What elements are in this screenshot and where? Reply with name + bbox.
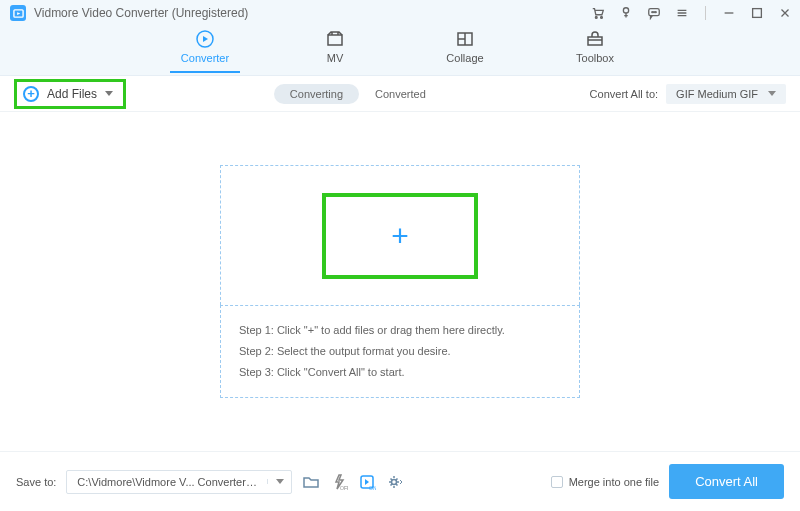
segment-converting[interactable]: Converting	[274, 84, 359, 104]
tab-toolbox[interactable]: Toolbox	[560, 26, 630, 73]
format-value: GIF Medium GIF	[676, 88, 758, 100]
feedback-icon[interactable]	[647, 6, 661, 20]
instructions-box: Step 1: Click "+" to add files or drag t…	[220, 305, 580, 398]
sub-toolbar: + Add Files Converting Converted Convert…	[0, 76, 800, 112]
drop-zone: + Step 1: Click "+" to add files or drag…	[220, 165, 580, 398]
step-3-text: Step 3: Click "Convert All" to start.	[239, 362, 561, 383]
plus-icon: +	[391, 221, 409, 251]
svg-point-1	[595, 17, 597, 19]
window-title: Vidmore Video Converter (Unregistered)	[34, 6, 591, 20]
high-speed-icon[interactable]: ON	[358, 473, 376, 491]
tab-label: Collage	[446, 52, 483, 64]
svg-rect-8	[753, 9, 762, 18]
svg-text:ON: ON	[369, 485, 376, 491]
menu-icon[interactable]	[675, 6, 689, 20]
collage-icon	[455, 30, 475, 48]
tab-mv[interactable]: MV	[300, 26, 370, 73]
save-to-label: Save to:	[16, 476, 56, 488]
settings-icon[interactable]	[386, 473, 404, 491]
svg-point-6	[654, 12, 655, 13]
status-segment: Converting Converted	[274, 84, 442, 104]
tab-label: Toolbox	[576, 52, 614, 64]
add-files-big-button[interactable]: +	[322, 193, 478, 279]
title-bar: Vidmore Video Converter (Unregistered)	[0, 0, 800, 26]
minimize-icon[interactable]	[722, 6, 736, 20]
merge-checkbox[interactable]: Merge into one file	[551, 476, 660, 488]
maximize-icon[interactable]	[750, 6, 764, 20]
key-icon[interactable]	[619, 6, 633, 20]
chevron-down-icon	[768, 91, 776, 96]
mv-icon	[325, 30, 345, 48]
drop-zone-top[interactable]: +	[220, 165, 580, 305]
merge-label: Merge into one file	[569, 476, 660, 488]
tab-converter[interactable]: Converter	[170, 26, 240, 73]
cart-icon[interactable]	[591, 6, 605, 20]
convert-all-button[interactable]: Convert All	[669, 464, 784, 499]
tab-label: MV	[327, 52, 344, 64]
app-logo	[10, 5, 26, 21]
tab-collage[interactable]: Collage	[430, 26, 500, 73]
tab-label: Converter	[181, 52, 229, 64]
svg-rect-12	[588, 37, 602, 45]
svg-point-5	[652, 12, 653, 13]
step-1-text: Step 1: Click "+" to add files or drag t…	[239, 320, 561, 341]
svg-point-3	[623, 8, 628, 13]
convert-all-to-label: Convert All to:	[590, 88, 658, 100]
main-tabs: Converter MV Collage Toolbox	[0, 26, 800, 76]
svg-text:OFF: OFF	[340, 485, 348, 491]
svg-point-7	[655, 12, 656, 13]
add-files-button[interactable]: + Add Files	[14, 79, 126, 109]
output-format-dropdown[interactable]: GIF Medium GIF	[666, 84, 786, 104]
toolbox-icon	[585, 30, 605, 48]
step-2-text: Step 2: Select the output format you des…	[239, 341, 561, 362]
svg-point-16	[392, 479, 397, 484]
chevron-down-icon	[105, 91, 113, 96]
main-panel: + Step 1: Click "+" to add files or drag…	[0, 112, 800, 451]
converter-icon	[195, 30, 215, 48]
save-path-dropdown[interactable]: C:\Vidmore\Vidmore V... Converter\Conver…	[66, 470, 292, 494]
segment-converted[interactable]: Converted	[359, 84, 442, 104]
plus-circle-icon: +	[23, 86, 39, 102]
svg-point-2	[601, 17, 603, 19]
hardware-accel-icon[interactable]: OFF	[330, 473, 348, 491]
chevron-down-icon	[267, 479, 291, 484]
save-path-value: C:\Vidmore\Vidmore V... Converter\Conver…	[67, 471, 267, 493]
separator	[705, 6, 706, 20]
svg-rect-10	[328, 35, 342, 45]
checkbox-icon	[551, 476, 563, 488]
add-files-label: Add Files	[47, 87, 97, 101]
footer-bar: Save to: C:\Vidmore\Vidmore V... Convert…	[0, 451, 800, 511]
open-folder-icon[interactable]	[302, 473, 320, 491]
close-icon[interactable]	[778, 6, 792, 20]
